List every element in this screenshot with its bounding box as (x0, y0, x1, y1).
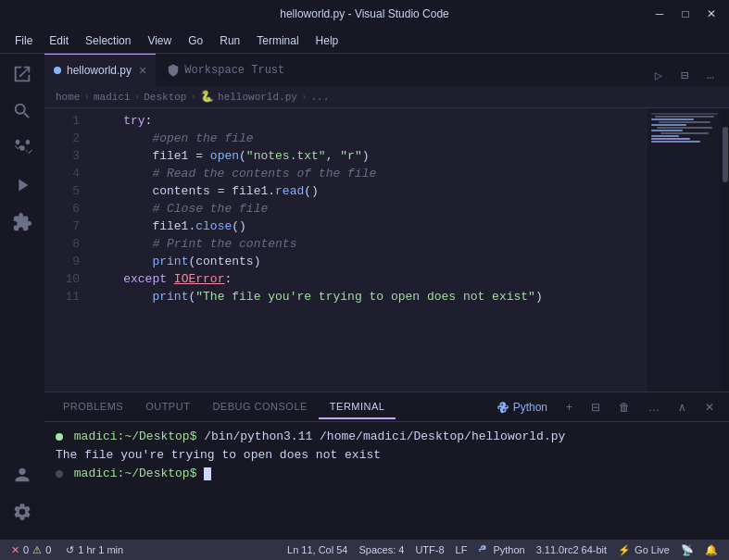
status-errors[interactable]: ✕ 0 ⚠ 0 (7, 544, 55, 556)
status-bar: ✕ 0 ⚠ 0 ↺ 1 hr 1 min Ln 11, Col 54 Space… (0, 540, 729, 560)
status-position[interactable]: Ln 11, Col 54 (283, 544, 351, 555)
remote-icon: ⚡ (618, 544, 631, 556)
panel: PROBLEMS OUTPUT DEBUG CONSOLE TERMINAL P… (44, 392, 729, 540)
shield-icon (167, 64, 180, 77)
code-line-11: print("The file you're trying to open do… (94, 288, 647, 305)
encoding-value: UTF-8 (415, 544, 444, 555)
tab-label: helloworld.py (67, 64, 132, 77)
activity-explorer[interactable] (6, 57, 39, 91)
split-editor-button[interactable]: ⊟ (673, 64, 696, 86)
position-value: Ln 11, Col 54 (287, 544, 347, 555)
status-golive[interactable]: ⚡ Go Live (614, 544, 673, 556)
terminal-line-3: madici:~/Desktop$ (56, 465, 718, 483)
activity-extensions[interactable] (6, 205, 39, 239)
terminal-cursor (204, 467, 211, 480)
terminal-output-1: The file you're trying to open does not … (56, 448, 381, 462)
code-line-8: # Print the contents (94, 235, 647, 253)
title-bar: helloworld.py - Visual Studio Code ─ □ ✕ (0, 0, 729, 28)
error-count: 0 (23, 544, 29, 555)
scrollbar[interactable] (722, 108, 729, 392)
tabs-bar: helloworld.py × Workspace Trust ▷ ⊟ … (44, 54, 729, 86)
time-value: 1 hr 1 min (78, 544, 123, 555)
menu-help[interactable]: Help (308, 31, 346, 50)
menu-terminal[interactable]: Terminal (249, 31, 306, 50)
close-button[interactable]: ✕ (701, 4, 722, 24)
status-version[interactable]: 3.11.0rc2 64-bit (533, 544, 610, 555)
tab-close-icon[interactable]: × (139, 63, 146, 78)
warning-icon: ⚠ (32, 544, 42, 556)
terminal-line-1: madici:~/Desktop$ /bin/python3.11 /home/… (56, 428, 718, 446)
terminal-prompt-1: madici:~/Desktop$ (74, 429, 197, 443)
editor-area: helloworld.py × Workspace Trust ▷ ⊟ … ho… (44, 54, 729, 540)
minimize-button[interactable]: ─ (649, 4, 670, 24)
activity-run-debug[interactable] (6, 168, 39, 202)
menu-bar: File Edit Selection View Go Run Terminal… (0, 28, 729, 54)
breadcrumb-file[interactable]: helloworld.py (218, 92, 297, 103)
minimap (647, 108, 722, 392)
run-button[interactable]: ▷ (647, 64, 670, 86)
terminal-prompt-2: madici:~/Desktop$ (74, 467, 197, 480)
activity-source-control[interactable] (6, 131, 39, 165)
more-actions-button[interactable]: … (699, 64, 722, 86)
terminal-content[interactable]: madici:~/Desktop$ /bin/python3.11 /home/… (44, 422, 729, 540)
error-icon: ✕ (11, 544, 19, 556)
status-eol[interactable]: LF (452, 544, 471, 555)
terminal-cmd-1: /bin/python3.11 /home/madici/Desktop/hel… (204, 429, 565, 443)
split-terminal-button[interactable]: ⊟ (584, 398, 608, 417)
status-time[interactable]: ↺ 1 hr 1 min (62, 544, 127, 556)
status-encoding[interactable]: UTF-8 (411, 544, 447, 555)
scrollbar-thumb[interactable] (723, 127, 728, 182)
breadcrumb-desktop[interactable]: Desktop (144, 92, 186, 103)
code-line-6: # Close the file (94, 200, 647, 218)
panel-tab-actions: Python + ⊟ 🗑 … ∧ ✕ (489, 398, 722, 417)
activity-account[interactable] (6, 458, 39, 492)
language-value: Python (493, 544, 524, 555)
menu-run[interactable]: Run (212, 31, 247, 50)
code-line-5: contents = file1.read() (94, 182, 647, 200)
status-language[interactable]: Python (474, 544, 528, 555)
breadcrumb-madici[interactable]: madici (94, 92, 131, 103)
code-editor[interactable]: 1 2 3 4 5 6 7 8 9 10 11 try: #open the f… (44, 108, 729, 392)
panel-maximize-button[interactable]: ∧ (671, 398, 694, 417)
breadcrumb-home[interactable]: home (56, 92, 80, 103)
code-line-9: print(contents) (94, 253, 647, 270)
maximize-button[interactable]: □ (675, 4, 696, 24)
new-terminal-button[interactable]: + (559, 398, 580, 417)
tab-workspace-trust[interactable]: Workspace Trust (156, 54, 295, 86)
kill-terminal-button[interactable]: 🗑 (611, 398, 637, 417)
panel-tab-terminal[interactable]: TERMINAL (319, 395, 396, 419)
panel-close-button[interactable]: ✕ (698, 398, 722, 417)
activity-search[interactable] (6, 94, 39, 128)
panel-more-button[interactable]: … (641, 398, 667, 417)
code-content: try: #open the file file1 = open("notes.… (91, 108, 647, 392)
version-value: 3.11.0rc2 64-bit (536, 544, 607, 555)
panel-tab-problems[interactable]: PROBLEMS (52, 395, 134, 419)
line-numbers: 1 2 3 4 5 6 7 8 9 10 11 (44, 108, 91, 392)
python-status-icon (478, 544, 489, 555)
breadcrumb-more[interactable]: ... (311, 92, 330, 103)
panel-tab-debug-console[interactable]: DEBUG CONSOLE (201, 395, 318, 419)
menu-file[interactable]: File (7, 31, 40, 50)
python-selector[interactable]: Python (489, 398, 555, 417)
time-icon: ↺ (66, 544, 74, 556)
status-spaces[interactable]: Spaces: 4 (355, 544, 408, 555)
terminal-status-dot (56, 433, 63, 441)
bell-icon: 🔔 (705, 544, 718, 556)
status-bell[interactable]: 🔔 (701, 544, 722, 556)
code-line-2: #open the file (94, 130, 647, 147)
terminal-status-dot-2 (56, 470, 63, 478)
breadcrumb: home › madici › Desktop › 🐍 helloworld.p… (44, 86, 729, 108)
panel-tab-output[interactable]: OUTPUT (134, 395, 201, 419)
status-broadcast[interactable]: 📡 (677, 544, 698, 556)
menu-view[interactable]: View (140, 31, 179, 50)
menu-go[interactable]: Go (181, 31, 210, 50)
tab-helloworld[interactable]: helloworld.py × (44, 54, 156, 86)
menu-edit[interactable]: Edit (42, 31, 76, 50)
python-icon (496, 401, 509, 414)
status-right: Ln 11, Col 54 Spaces: 4 UTF-8 LF Python … (283, 544, 722, 556)
code-line-10: except IOError: (94, 270, 647, 288)
activity-settings[interactable] (6, 495, 39, 529)
menu-selection[interactable]: Selection (78, 31, 138, 50)
code-line-1: try: (94, 112, 647, 130)
main-layout: helloworld.py × Workspace Trust ▷ ⊟ … ho… (0, 54, 729, 540)
